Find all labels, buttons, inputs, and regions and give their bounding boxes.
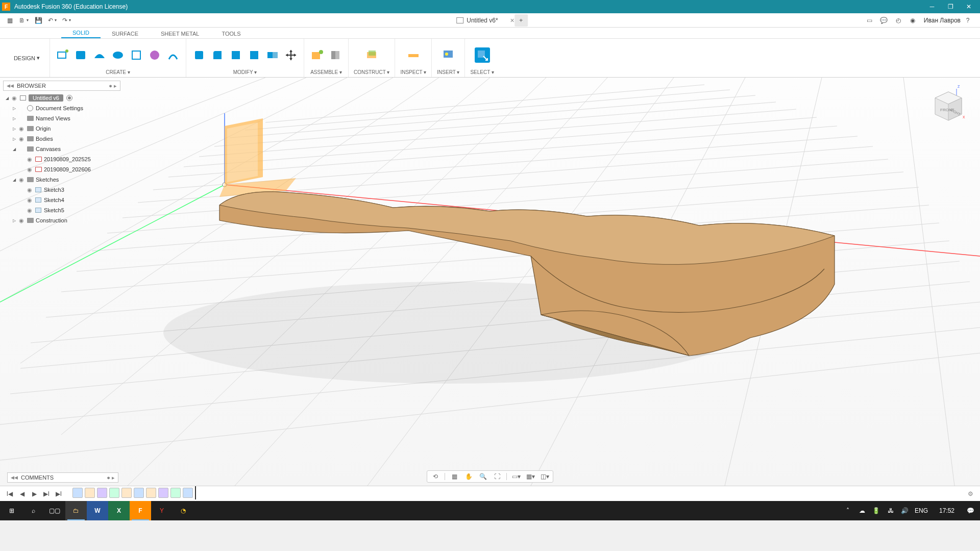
press-pull-icon[interactable]	[191, 47, 207, 63]
sweep-tool-icon[interactable]	[129, 47, 144, 63]
taskbar-explorer[interactable]: 🗀	[65, 501, 87, 520]
collapse-icon[interactable]: ◀◀	[11, 475, 18, 480]
tray-language[interactable]: ENG	[915, 507, 928, 514]
tab-solid[interactable]: SOLID	[61, 28, 101, 38]
tree-root[interactable]: ◢◉Untitled v6	[3, 93, 120, 103]
tray-cloud-icon[interactable]: ☁	[857, 507, 867, 514]
draft-icon[interactable]	[265, 47, 280, 63]
undo-icon[interactable]: ↶▼	[46, 14, 59, 27]
tray-notifications-icon[interactable]: 💬	[966, 507, 975, 514]
timeline-item[interactable]	[170, 488, 181, 498]
viewcube[interactable]: z FRONT RIGHT x	[932, 83, 967, 123]
job-status-icon[interactable]: ◴	[891, 14, 905, 27]
revolve-tool-icon[interactable]	[110, 47, 126, 63]
active-component-icon[interactable]	[66, 95, 72, 101]
sketch-tool-icon[interactable]	[55, 47, 70, 63]
timeline-item[interactable]	[97, 488, 107, 498]
tree-canvas-2[interactable]: ◉20190809_202606	[3, 164, 120, 174]
look-at-icon[interactable]: ▦	[449, 471, 459, 482]
tree-sketch3[interactable]: ◉Sketch3	[3, 185, 120, 195]
taskbar-excel[interactable]: X	[108, 501, 130, 520]
redo-icon[interactable]: ↷▼	[60, 14, 74, 27]
taskbar-app[interactable]: ◔	[173, 501, 194, 520]
grid-settings-icon[interactable]: ▦▾	[525, 471, 535, 482]
tray-chevron-icon[interactable]: ˄	[843, 507, 852, 514]
tree-doc-settings[interactable]: ▷Document Settings	[3, 103, 120, 113]
plane-icon[interactable]	[364, 47, 379, 63]
insert-icon[interactable]	[440, 47, 456, 63]
timeline-item[interactable]	[72, 488, 83, 498]
workspace-switcher[interactable]: DESIGN ▾	[4, 39, 50, 77]
data-panel-icon[interactable]: ▦	[3, 14, 16, 27]
shell-icon[interactable]	[247, 47, 262, 63]
maximize-button[interactable]: ❐	[941, 0, 960, 13]
canvas-3d[interactable]	[0, 78, 980, 486]
orbit-icon[interactable]: ⟲	[430, 471, 440, 482]
loft-tool-icon[interactable]	[147, 47, 162, 63]
measure-icon[interactable]	[406, 47, 421, 63]
timeline-item[interactable]	[183, 488, 193, 498]
comments-bar[interactable]: ◀◀ COMMENTS ● ▸	[7, 472, 118, 483]
rib-tool-icon[interactable]	[165, 47, 181, 63]
close-button[interactable]: ✕	[960, 0, 978, 13]
extensions-icon[interactable]: ▭	[863, 14, 877, 27]
extrude-tool-icon[interactable]	[92, 47, 107, 63]
document-tab[interactable]: Untitled v6*	[451, 17, 503, 24]
display-settings-icon[interactable]: ▭▾	[511, 471, 521, 482]
tree-construction[interactable]: ▷◉Construction	[3, 215, 120, 226]
tray-battery-icon[interactable]: 🔋	[872, 507, 881, 514]
pan-icon[interactable]: ✋	[463, 471, 474, 482]
browser-settings-icon[interactable]: ● ▸	[109, 83, 117, 89]
help-icon[interactable]: ?	[961, 14, 975, 27]
file-menu-icon[interactable]: 🗎▼	[17, 14, 31, 27]
timeline-end-icon[interactable]: ▶I	[54, 489, 63, 498]
zoom-icon[interactable]: 🔍	[478, 471, 488, 482]
timeline-play-icon[interactable]: ▶	[30, 489, 39, 498]
tray-clock[interactable]: 17:52	[933, 507, 961, 514]
viewport[interactable]: z FRONT RIGHT x	[0, 78, 980, 486]
timeline-start-icon[interactable]: I◀	[5, 489, 14, 498]
chamfer-icon[interactable]	[228, 47, 243, 63]
tab-surface[interactable]: SURFACE	[101, 29, 150, 38]
tree-sketch5[interactable]: ◉Sketch5	[3, 205, 120, 215]
taskbar-word[interactable]: W	[87, 501, 108, 520]
joint-icon[interactable]	[328, 47, 343, 63]
profile-icon[interactable]: ◉	[905, 14, 920, 27]
tree-named-views[interactable]: ▷Named Views	[3, 113, 120, 123]
browser-header[interactable]: ◀◀ BROWSER ● ▸	[3, 81, 120, 91]
search-button[interactable]: ⌕	[22, 501, 44, 520]
tab-sheet-metal[interactable]: SHEET METAL	[150, 29, 210, 38]
tree-origin[interactable]: ▷◉Origin	[3, 123, 120, 134]
comments-settings-icon[interactable]: ● ▸	[107, 474, 115, 481]
tray-network-icon[interactable]: 🖧	[886, 507, 895, 514]
tree-canvas-1[interactable]: ◉20190809_202525	[3, 154, 120, 164]
tree-sketch4[interactable]: ◉Sketch4	[3, 195, 120, 205]
timeline-prev-icon[interactable]: ◀	[17, 489, 27, 498]
select-tool-icon[interactable]	[475, 47, 490, 63]
tree-bodies[interactable]: ▷◉Bodies	[3, 134, 120, 144]
timeline-item[interactable]	[158, 488, 168, 498]
minimize-button[interactable]: ─	[923, 0, 941, 13]
box-tool-icon[interactable]	[74, 47, 89, 63]
notifications-icon[interactable]: 💬	[877, 14, 891, 27]
collapse-icon[interactable]: ◀◀	[7, 83, 14, 88]
tree-canvases[interactable]: ◢Canvases	[3, 144, 120, 154]
new-tab-button[interactable]: +	[514, 14, 528, 27]
tray-volume-icon[interactable]: 🔊	[900, 507, 910, 514]
timeline-item[interactable]	[109, 488, 119, 498]
timeline-item[interactable]	[146, 488, 156, 498]
timeline-item[interactable]	[85, 488, 95, 498]
timeline-item[interactable]	[121, 488, 132, 498]
tree-sketches[interactable]: ◢◉Sketches	[3, 174, 120, 185]
viewport-settings-icon[interactable]: ◫▾	[540, 471, 550, 482]
timeline-settings-icon[interactable]: ⚙	[966, 489, 975, 498]
move-icon[interactable]	[283, 47, 299, 63]
taskbar-yandex[interactable]: Y	[151, 501, 173, 520]
tab-tools[interactable]: TOOLS	[210, 29, 252, 38]
start-button[interactable]: ⊞	[1, 501, 22, 520]
timeline-item[interactable]	[134, 488, 144, 498]
component-icon[interactable]	[309, 47, 325, 63]
tab-close-button[interactable]: ×	[510, 16, 514, 24]
fit-icon[interactable]: ⛶	[492, 471, 502, 482]
task-view-button[interactable]: ▢▢	[44, 501, 65, 520]
